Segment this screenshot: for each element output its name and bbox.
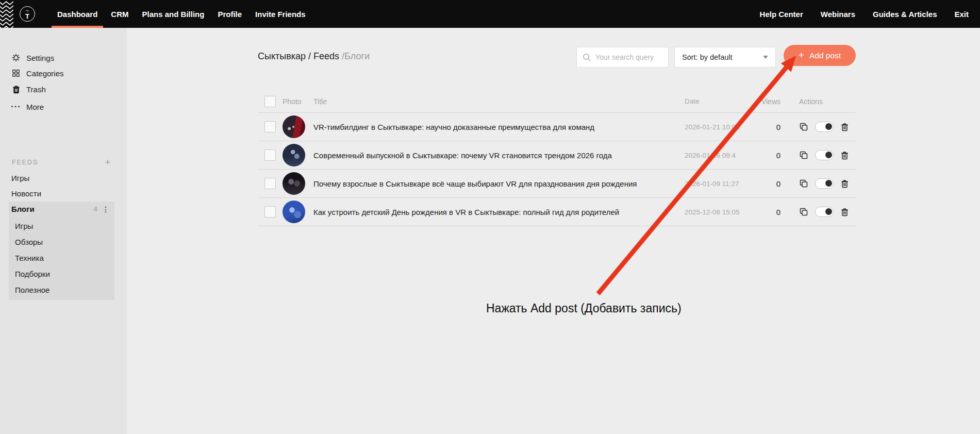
nav-profile[interactable]: Profile <box>211 0 248 28</box>
publish-toggle[interactable] <box>815 122 834 132</box>
duplicate-icon[interactable] <box>799 151 809 160</box>
post-views: 0 <box>752 151 780 160</box>
search-box <box>576 47 669 68</box>
subfeed-igry[interactable]: Игры <box>15 222 33 230</box>
grid-icon <box>11 69 21 77</box>
nav-crm[interactable]: CRM <box>104 0 135 28</box>
feeds-title: FEEDS <box>12 158 38 166</box>
post-title[interactable]: VR-тимбилдинг в Сыктывкаре: научно доказ… <box>313 123 685 131</box>
sort-select[interactable]: Sort: by default <box>674 47 776 68</box>
feed-item-novosti[interactable]: Новости <box>11 189 41 198</box>
logo-letter: T <box>25 13 29 20</box>
toggle-knob <box>825 180 832 187</box>
nav-guides-articles[interactable]: Guides & Articles <box>864 0 945 28</box>
post-title[interactable]: Почему взрослые в Сыктывкаре всё чаще вы… <box>313 179 685 188</box>
post-views: 0 <box>752 179 780 188</box>
trash-icon[interactable] <box>841 151 850 160</box>
sidebar-item-label: Settings <box>26 54 54 62</box>
header-date: Date <box>685 97 752 105</box>
header-photo: Photo <box>283 97 313 106</box>
sidebar-item-label: Categories <box>26 69 64 78</box>
post-views: 0 <box>752 123 780 131</box>
brand-zigzag-decoration <box>0 0 13 28</box>
chevron-down-icon <box>763 56 768 59</box>
trash-icon <box>11 85 21 94</box>
duplicate-icon[interactable] <box>799 207 809 216</box>
nav-webinars[interactable]: Webinars <box>812 0 864 28</box>
sidebar-item-categories[interactable]: Categories <box>11 67 64 79</box>
row-checkbox[interactable] <box>264 149 276 161</box>
sidebar-item-label: Trash <box>26 85 46 94</box>
add-post-label: Add post <box>809 51 841 60</box>
feeds-section-header: FEEDS + <box>12 157 111 167</box>
table-row[interactable]: Как устроить детский День рождения в VR … <box>258 198 856 226</box>
sort-value: Sort: by default <box>682 53 733 61</box>
trash-icon[interactable] <box>841 179 850 188</box>
posts-table: Photo Title Date Views Actions VR-тимбил… <box>258 90 856 226</box>
nav-dashboard[interactable]: Dashboard <box>51 0 104 28</box>
post-title[interactable]: Как устроить детский День рождения в VR … <box>313 208 685 216</box>
publish-toggle[interactable] <box>815 207 834 217</box>
duplicate-icon[interactable] <box>799 179 809 188</box>
post-photo <box>283 115 305 138</box>
post-date: 2026-01-09 11:27 <box>685 180 752 188</box>
post-views: 0 <box>752 208 780 216</box>
trash-icon[interactable] <box>841 123 850 131</box>
nav-help-center[interactable]: Help Center <box>751 0 812 28</box>
post-photo <box>283 144 305 166</box>
selected-feed-label: Блоги <box>11 205 35 213</box>
sidebar: Settings Categories Trash ··· More <box>0 28 127 434</box>
publish-toggle[interactable] <box>815 178 834 189</box>
subfeed-obzory[interactable]: Обзоры <box>15 238 43 246</box>
row-checkbox[interactable] <box>264 206 276 218</box>
subfeed-tehnika[interactable]: Техника <box>15 254 44 262</box>
primary-nav: Dashboard CRM Plans and Billing Profile … <box>51 0 312 28</box>
row-checkbox[interactable] <box>264 178 276 189</box>
header-views: Views <box>752 97 780 106</box>
ellipsis-icon: ··· <box>11 104 21 109</box>
subfeed-poleznoe[interactable]: Полезное <box>15 286 49 294</box>
secondary-nav: Help Center Webinars Guides & Articles E… <box>751 0 969 28</box>
subfeed-podborki[interactable]: Подборки <box>15 270 50 278</box>
nav-exit[interactable]: Exit <box>945 0 969 28</box>
row-checkbox[interactable] <box>264 121 276 132</box>
header-title: Title <box>313 97 685 106</box>
table-header-row: Photo Title Date Views Actions <box>258 90 856 113</box>
annotation-text: Нажать Add post (Добавить запись) <box>486 302 682 315</box>
toggle-knob <box>825 208 832 215</box>
table-row[interactable]: Современный выпускной в Сыктывкаре: поче… <box>258 141 856 170</box>
topbar: ~ T Dashboard CRM Plans and Billing Prof… <box>0 0 980 28</box>
trash-icon[interactable] <box>841 208 850 216</box>
breadcrumb-current: /Блоги <box>342 51 370 61</box>
feed-item-blogi[interactable]: Блоги 4 ⋮ <box>11 205 109 213</box>
toggle-knob <box>825 152 832 158</box>
sidebar-item-trash[interactable]: Trash <box>11 83 46 95</box>
main-content: Сыктывкар / Feeds/Блоги Sort: by default… <box>127 28 980 434</box>
sidebar-item-settings[interactable]: Settings <box>11 52 54 64</box>
breadcrumb-path[interactable]: Сыктывкар / Feeds <box>258 51 339 61</box>
table-row[interactable]: Почему взрослые в Сыктывкаре всё чаще вы… <box>258 170 856 198</box>
search-icon <box>583 53 591 62</box>
post-photo <box>283 172 305 195</box>
feed-count-badge: 4 <box>94 205 97 213</box>
post-title[interactable]: Современный выпускной в Сыктывкаре: поче… <box>313 151 685 160</box>
sidebar-item-more[interactable]: ··· More <box>11 101 44 113</box>
gear-icon <box>11 53 21 62</box>
publish-toggle[interactable] <box>815 150 834 160</box>
kebab-menu-icon[interactable]: ⋮ <box>102 205 109 213</box>
sidebar-item-label: More <box>26 103 44 111</box>
duplicate-icon[interactable] <box>799 122 809 131</box>
selected-feed-group: Блоги 4 ⋮ Игры Обзоры Техника Подборки П… <box>9 202 114 300</box>
add-feed-button[interactable]: + <box>105 157 111 167</box>
post-date: 2026-01-16 09:4 <box>685 152 752 159</box>
brand-logo[interactable]: ~ T <box>20 6 35 22</box>
select-all-checkbox[interactable] <box>264 96 276 107</box>
feed-item-igry[interactable]: Игры <box>11 174 29 182</box>
nav-plans-billing[interactable]: Plans and Billing <box>136 0 211 28</box>
add-post-button[interactable]: + Add post <box>784 45 856 66</box>
search-input[interactable] <box>595 53 662 61</box>
table-row[interactable]: VR-тимбилдинг в Сыктывкаре: научно доказ… <box>258 113 856 141</box>
post-photo <box>283 201 305 223</box>
nav-invite-friends[interactable]: Invite Friends <box>248 0 312 28</box>
plus-icon: + <box>799 49 804 61</box>
